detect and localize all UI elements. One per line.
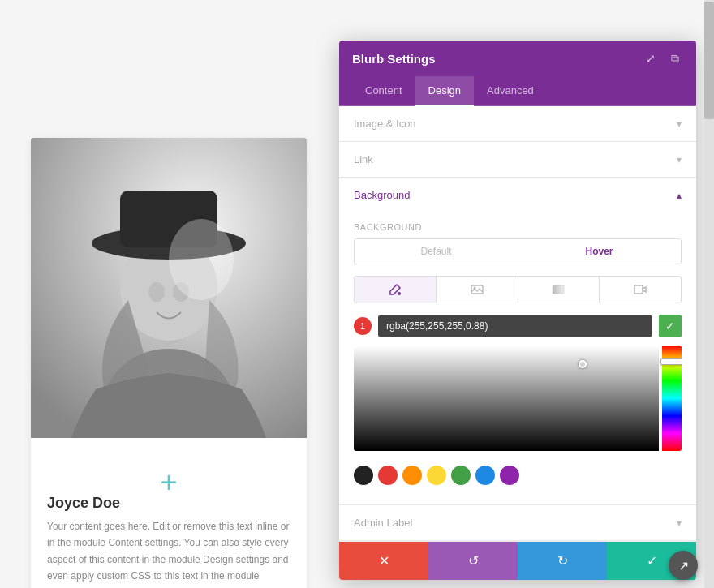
- default-toggle-btn[interactable]: Default: [355, 239, 518, 264]
- link-header[interactable]: Link ▾: [339, 142, 696, 177]
- resize-icon[interactable]: ⤢: [643, 50, 659, 67]
- default-hover-toggle: Default Hover: [354, 238, 682, 264]
- swatch-red[interactable]: [378, 466, 398, 485]
- team-card: + Joyce Doe Your content goes here. Edit…: [31, 138, 307, 588]
- hue-slider[interactable]: [662, 346, 682, 451]
- bg-type-video-btn[interactable]: [600, 277, 681, 303]
- video-icon: [634, 283, 647, 296]
- background-chevron: ▴: [677, 190, 682, 201]
- image-icon-section: Image & Icon ▾: [339, 106, 696, 142]
- floating-action-button[interactable]: ↗: [669, 551, 698, 580]
- add-card-button[interactable]: +: [148, 462, 189, 503]
- bg-type-color-btn[interactable]: [355, 277, 437, 303]
- color-swatches: [354, 461, 682, 490]
- tab-content[interactable]: Content: [352, 76, 415, 106]
- tab-design[interactable]: Design: [415, 76, 474, 106]
- hue-handle[interactable]: [660, 358, 682, 365]
- card-image: [31, 138, 307, 438]
- color-saturation-value[interactable]: [354, 346, 659, 451]
- panel-title: Blurb Settings: [352, 52, 436, 66]
- svg-rect-14: [634, 285, 643, 294]
- background-sublabel: Background: [354, 222, 682, 232]
- link-chevron: ▾: [677, 154, 682, 165]
- image-icon-header[interactable]: Image & Icon ▾: [339, 106, 696, 141]
- color-badge: 1: [354, 317, 372, 335]
- image-icon-label: Image & Icon: [354, 118, 416, 130]
- swatch-yellow[interactable]: [427, 466, 446, 485]
- swatch-purple[interactable]: [500, 466, 519, 485]
- bg-type-image-btn[interactable]: [437, 277, 518, 303]
- paint-icon: [389, 283, 402, 296]
- panel-footer: ✕ ↺ ↻ ✓: [339, 541, 696, 580]
- color-picker-handle[interactable]: [579, 360, 587, 368]
- link-label: Link: [354, 153, 373, 165]
- swatch-black[interactable]: [354, 466, 373, 485]
- hover-toggle-btn[interactable]: Hover: [518, 239, 681, 264]
- image-icon: [471, 283, 484, 296]
- background-header[interactable]: Background ▴: [339, 178, 696, 212]
- undo-button[interactable]: ↺: [428, 542, 518, 580]
- svg-rect-13: [553, 285, 564, 294]
- background-content: Background Default Hover: [339, 212, 696, 504]
- swatch-green[interactable]: [451, 466, 471, 485]
- cancel-button[interactable]: ✕: [339, 542, 428, 580]
- gradient-icon: [552, 283, 565, 296]
- bg-type-gradient-btn[interactable]: [518, 277, 600, 303]
- panel-header: Blurb Settings ⤢ ⧉: [339, 41, 696, 76]
- panel-body: Image & Icon ▾ Link ▾ Background ▴ Backg…: [339, 106, 696, 541]
- svg-point-9: [169, 219, 234, 300]
- viewport-scrollbar[interactable]: [704, 0, 714, 588]
- color-input-row: 1 ✓: [354, 315, 682, 337]
- panel-header-icons: ⤢ ⧉: [643, 50, 683, 67]
- admin-label-section: Admin Label ▾: [339, 505, 696, 541]
- settings-panel: Blurb Settings ⤢ ⧉ Content Design Advanc…: [339, 41, 696, 580]
- swatch-blue[interactable]: [475, 466, 495, 485]
- tab-advanced[interactable]: Advanced: [474, 76, 547, 106]
- background-label: Background: [354, 189, 410, 201]
- admin-label-chevron: ▾: [677, 517, 682, 529]
- redo-button[interactable]: ↻: [518, 542, 607, 580]
- color-picker[interactable]: [354, 346, 682, 451]
- svg-point-7: [148, 282, 165, 302]
- background-section: Background ▴ Background Default Hover: [339, 178, 696, 505]
- expand-icon[interactable]: ⧉: [667, 50, 683, 67]
- viewport-scrollbar-thumb[interactable]: [704, 2, 714, 119]
- link-section: Link ▾: [339, 142, 696, 178]
- card-description: Your content goes here. Edit or remove t…: [47, 518, 290, 588]
- admin-label-header[interactable]: Admin Label ▾: [339, 505, 696, 540]
- swatch-orange[interactable]: [402, 466, 422, 485]
- color-value-input[interactable]: [378, 315, 652, 337]
- image-icon-chevron: ▾: [677, 118, 682, 130]
- admin-label-text: Admin Label: [354, 517, 412, 529]
- svg-point-10: [398, 292, 401, 295]
- color-confirm-button[interactable]: ✓: [659, 315, 682, 337]
- bg-type-row: [354, 276, 682, 303]
- panel-tabs: Content Design Advanced: [339, 76, 696, 106]
- person-image: [31, 138, 307, 438]
